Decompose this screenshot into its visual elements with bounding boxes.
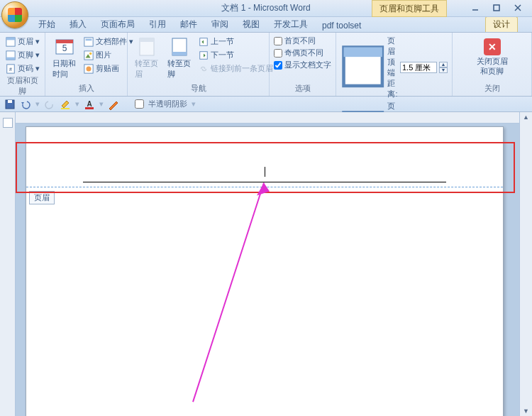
date-time-button[interactable]: 5日期和时间 <box>50 35 79 81</box>
svg-rect-5 <box>6 37 15 40</box>
goto-header-icon <box>137 37 157 57</box>
group-label-close: 关闭 <box>457 82 527 94</box>
svg-marker-37 <box>21 102 24 104</box>
clipart-icon <box>84 64 94 74</box>
clip-art-button[interactable]: 剪贴画 <box>82 62 135 75</box>
shadow-checkbox[interactable] <box>135 99 144 109</box>
svg-point-19 <box>87 66 92 71</box>
font-color-icon[interactable]: A <box>84 99 95 110</box>
svg-point-17 <box>89 52 92 55</box>
undo-icon[interactable] <box>20 99 31 110</box>
header-top-input[interactable] <box>400 62 437 73</box>
header-top-label: 页眉顶端距离: <box>387 35 398 99</box>
previous-section-button[interactable]: 上一节 <box>197 35 275 48</box>
tab-references[interactable]: 引用 <box>142 17 173 32</box>
vertical-scrollbar[interactable] <box>519 112 532 416</box>
svg-rect-36 <box>8 100 12 103</box>
different-odd-even-checkbox[interactable]: 奇偶页不同 <box>274 48 331 58</box>
ribbon-tabs: 开始 插入 页面布局 引用 邮件 审阅 视图 开发工具 pdf toolset … <box>0 17 532 33</box>
vertical-ruler[interactable] <box>0 112 16 416</box>
text-cursor <box>265 167 265 177</box>
svg-rect-21 <box>140 38 154 42</box>
maximize-button[interactable] <box>487 1 506 14</box>
prev-section-icon <box>199 37 209 47</box>
header-button[interactable]: 页眉 ▾ <box>4 35 41 48</box>
group-label-header-footer: 页眉和页脚 <box>4 75 40 97</box>
next-section-button[interactable]: 下一节 <box>197 49 275 61</box>
page-number-button[interactable]: #页码 ▾ <box>4 62 41 75</box>
save-icon[interactable] <box>4 99 16 110</box>
goto-footer-icon <box>170 37 189 57</box>
tab-design[interactable]: 设计 <box>485 16 518 32</box>
window-title: 文档 1 - Microsoft Word <box>221 2 310 14</box>
svg-rect-29 <box>344 48 382 58</box>
draw-tool-icon[interactable] <box>108 99 119 110</box>
svg-text:5: 5 <box>62 43 67 53</box>
tab-review[interactable]: 审阅 <box>204 17 235 32</box>
office-button[interactable] <box>1 1 28 28</box>
minimize-button[interactable] <box>465 1 485 14</box>
footer-icon <box>6 50 16 60</box>
highlight-color-icon[interactable] <box>60 99 71 110</box>
different-first-page-checkbox[interactable]: 首页不同 <box>274 35 331 46</box>
quick-parts-button[interactable]: 文档部件 ▾ <box>82 35 135 48</box>
tab-mailings[interactable]: 邮件 <box>173 17 204 32</box>
goto-header-button[interactable]: 转至页眉 <box>132 35 162 81</box>
redo-icon[interactable] <box>44 99 55 110</box>
svg-rect-7 <box>6 57 15 60</box>
link-icon <box>199 64 209 74</box>
tab-pdf-toolset[interactable]: pdf toolset <box>315 19 368 32</box>
svg-text:#: # <box>9 66 12 71</box>
header-margin-icon <box>340 44 385 90</box>
group-label-navigation: 导航 <box>132 82 265 94</box>
calendar-icon: 5 <box>55 37 74 57</box>
close-x-icon: ✕ <box>484 38 501 55</box>
group-label-options: 选项 <box>274 82 331 94</box>
svg-text:A: A <box>87 100 92 108</box>
contextual-tab-label: 页眉和页脚工具 <box>372 0 447 17</box>
title-bar: 文档 1 - Microsoft Word 页眉和页脚工具 <box>0 0 532 17</box>
close-window-button[interactable] <box>508 1 528 14</box>
tab-layout[interactable]: 页面布局 <box>94 17 142 32</box>
show-document-text-checkbox[interactable]: 显示文档文字 <box>274 60 331 70</box>
tab-view[interactable]: 视图 <box>235 17 267 32</box>
svg-rect-14 <box>86 38 92 40</box>
picture-icon <box>84 50 94 60</box>
header-icon <box>6 37 16 47</box>
svg-rect-40 <box>85 107 94 109</box>
document-page[interactable]: 页眉 <box>26 126 504 416</box>
header-tag-label: 页眉 <box>29 191 55 204</box>
next-section-icon <box>199 50 209 60</box>
tab-home[interactable]: 开始 <box>31 17 62 32</box>
goto-footer-button[interactable]: 转至页脚 <box>165 35 194 81</box>
close-header-footer-button[interactable]: ✕ 关闭页眉 和页脚 <box>471 35 514 78</box>
tab-insert[interactable]: 插入 <box>62 17 94 32</box>
document-workspace: 页眉 <box>0 112 532 416</box>
group-label-insert: 插入 <box>50 82 123 94</box>
page-number-icon: # <box>6 64 16 74</box>
ribbon: 页眉 ▾ 页脚 ▾ #页码 ▾ 页眉和页脚 5日期和时间 文档部件 ▾ 图片 剪… <box>0 33 532 97</box>
horizontal-ruler[interactable] <box>16 112 519 124</box>
svg-rect-1 <box>494 5 499 11</box>
footer-button[interactable]: 页脚 ▾ <box>4 49 41 61</box>
svg-rect-23 <box>172 52 187 55</box>
picture-button[interactable]: 图片 <box>82 49 135 61</box>
link-previous-button[interactable]: 链接到前一条页眉 <box>197 62 275 75</box>
parts-icon <box>84 37 94 47</box>
header-top-spinner[interactable]: ▲▼ <box>439 62 448 73</box>
quick-access-toolbar: ▾ ▾ A ▾ 半透明阴影 ▾ <box>0 97 532 112</box>
shadow-label: 半透明阴影 <box>148 99 187 109</box>
tab-developer[interactable]: 开发工具 <box>267 17 315 32</box>
svg-rect-38 <box>61 108 70 109</box>
header-boundary-line <box>26 187 503 187</box>
